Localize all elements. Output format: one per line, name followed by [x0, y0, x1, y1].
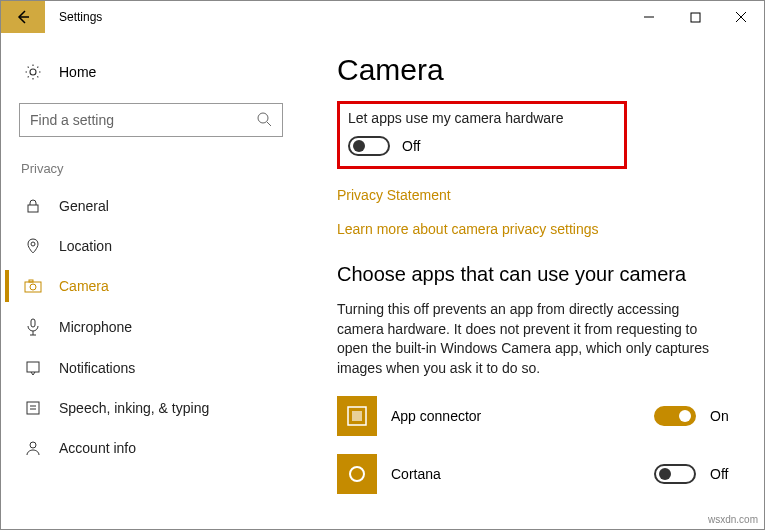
microphone-icon [21, 318, 45, 336]
nav-label: Account info [59, 440, 136, 456]
maximize-button[interactable] [672, 1, 718, 33]
account-icon [21, 440, 45, 456]
svg-point-4 [258, 113, 268, 123]
gear-icon [21, 63, 45, 81]
nav-label: Microphone [59, 319, 132, 335]
svg-line-5 [267, 122, 271, 126]
cortana-toggle[interactable] [654, 464, 696, 484]
window-title: Settings [45, 1, 626, 33]
nav-label: Camera [59, 278, 109, 294]
svg-rect-10 [29, 280, 33, 282]
sidebar-item-camera[interactable]: Camera [13, 266, 301, 306]
camera-toggle[interactable] [348, 136, 390, 156]
app-row-cortana: Cortana Off [337, 454, 736, 494]
svg-rect-6 [28, 205, 38, 212]
speech-icon [21, 400, 45, 416]
main-panel: Camera Let apps use my camera hardware O… [301, 33, 764, 529]
back-button[interactable] [1, 1, 45, 33]
svg-point-9 [30, 284, 36, 290]
svg-point-16 [30, 442, 36, 448]
sidebar-item-account[interactable]: Account info [13, 428, 301, 468]
svg-point-19 [350, 467, 364, 481]
sidebar-item-speech[interactable]: Speech, inking, & typing [13, 388, 301, 428]
lock-icon [21, 198, 45, 214]
highlight-box: Let apps use my camera hardware Off [337, 101, 627, 169]
learn-more-link[interactable]: Learn more about camera privacy settings [337, 221, 736, 237]
svg-rect-1 [691, 13, 700, 22]
sidebar-item-notifications[interactable]: Notifications [13, 348, 301, 388]
location-icon [21, 238, 45, 254]
close-button[interactable] [718, 1, 764, 33]
page-title: Camera [337, 53, 736, 87]
choose-apps-heading: Choose apps that can use your camera [337, 263, 736, 286]
app-row-connector: App connector On [337, 396, 736, 436]
camera-icon [21, 279, 45, 293]
svg-rect-11 [31, 319, 35, 327]
section-label: Privacy [13, 155, 301, 186]
app-name: App connector [391, 408, 640, 424]
nav-label: Speech, inking, & typing [59, 400, 209, 416]
search-input[interactable] [19, 103, 283, 137]
app-toggle-state: Off [710, 466, 736, 482]
notifications-icon [21, 360, 45, 376]
sidebar-item-microphone[interactable]: Microphone [13, 306, 301, 348]
svg-rect-12 [27, 362, 39, 372]
svg-rect-18 [352, 411, 362, 421]
nav-label: Location [59, 238, 112, 254]
search-icon [256, 111, 272, 130]
cortana-icon [337, 454, 377, 494]
camera-toggle-state: Off [402, 138, 420, 154]
sidebar: Home Privacy General Location Camera Mic… [1, 33, 301, 529]
app-toggle-state: On [710, 408, 736, 424]
app-name: Cortana [391, 466, 640, 482]
watermark: wsxdn.com [708, 514, 758, 525]
svg-rect-13 [27, 402, 39, 414]
app-connector-toggle[interactable] [654, 406, 696, 426]
privacy-statement-link[interactable]: Privacy Statement [337, 187, 736, 203]
sidebar-item-general[interactable]: General [13, 186, 301, 226]
camera-toggle-label: Let apps use my camera hardware [348, 110, 612, 126]
search-field[interactable] [30, 112, 256, 128]
sidebar-item-location[interactable]: Location [13, 226, 301, 266]
svg-point-7 [31, 242, 35, 246]
minimize-button[interactable] [626, 1, 672, 33]
titlebar: Settings [1, 1, 764, 33]
nav-label: Notifications [59, 360, 135, 376]
choose-apps-description: Turning this off prevents an app from di… [337, 300, 717, 378]
nav-label: General [59, 198, 109, 214]
home-label: Home [59, 64, 96, 80]
home-nav[interactable]: Home [13, 53, 301, 91]
app-connector-icon [337, 396, 377, 436]
